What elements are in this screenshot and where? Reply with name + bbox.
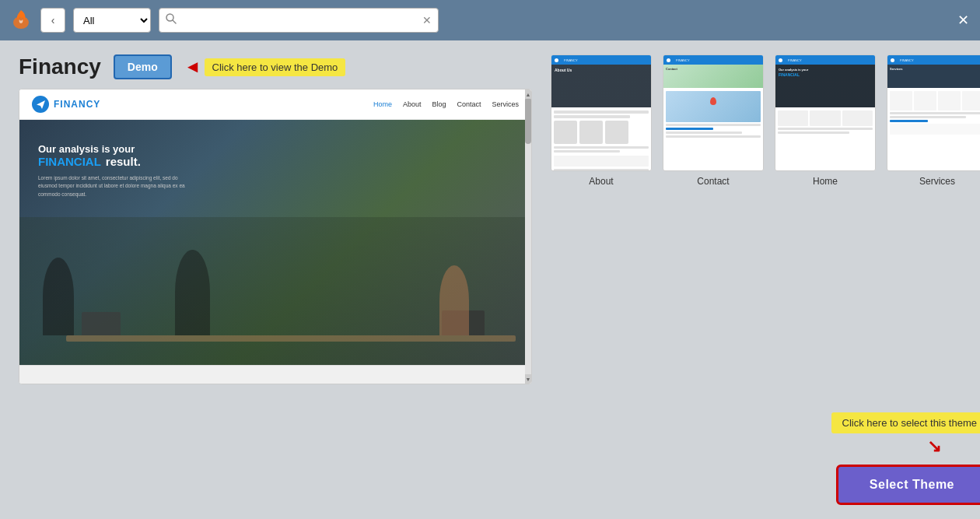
thumb-label-home: Home [813,176,838,187]
scroll-up-arrow[interactable]: ▲ [525,89,531,99]
thumb-services-body [887,89,980,136]
preview-logo-circle [32,96,49,113]
thumb-about-hero-img: About Us [551,65,651,107]
thumbnails-grid: FINANCY About Us [551,54,980,187]
select-hint: Click here to select this theme [831,412,980,433]
preview-inner: FINANCY Home About Blog Contact Services [19,89,531,384]
right-panel: FINANCY About Us [551,54,980,505]
topbar-close-icon[interactable]: ✕ [957,12,969,29]
topbar: ‹ All Free Premium ✕ ✕ [0,0,980,40]
filter-select[interactable]: All Free Premium [73,8,151,33]
thumb-contact-nav: FINANCY [663,55,763,65]
preview-frame: FINANCY Home About Blog Contact Services [19,89,532,384]
back-button[interactable]: ‹ [40,8,65,33]
demo-button[interactable]: Demo [114,54,172,79]
laptop1 [82,312,121,335]
thumb-contact-hero-img: Contact [663,65,763,88]
thumb-img-contact: FINANCY Contact [663,54,764,171]
select-theme-button[interactable]: Select Theme [836,465,980,505]
preview-nav-links: Home About Blog Contact Services [373,100,519,108]
thumb-label-about: About [589,176,613,187]
nav-link-home: Home [373,100,392,108]
preview-logo: FINANCY [32,96,100,113]
hero-table [66,335,516,342]
nav-link-contact: Contact [457,100,481,108]
search-input[interactable] [181,15,418,26]
person2 [175,250,210,335]
hero-line3: result. [106,155,141,168]
nav-link-blog: Blog [432,100,446,108]
nav-link-services: Services [492,100,519,108]
bottom-area: Click here to select this theme ↘ Select… [551,412,980,505]
theme-title: Financy [19,54,101,79]
search-icon [166,13,177,27]
thumb-label-services: Services [919,176,955,187]
hero-desc: Lorem ipsum dolor sit amet, consectetur … [38,174,194,198]
hero-line1: Our analysis is your [38,143,513,155]
preview-hero: Our analysis is your FINANCIAL result. L… [19,120,531,373]
thumb-img-home: FINANCY Our analysis is yourFINANCIAL [775,54,876,171]
thumb-img-about: FINANCY About Us [551,54,652,171]
person3 [439,265,469,335]
hint-container: Click here to select this theme ↘ [831,412,980,457]
preview-bottom-bar [19,365,531,384]
thumb-about-nav: FINANCY [551,55,651,65]
person1 [43,258,74,335]
search-clear-icon[interactable]: ✕ [422,14,432,26]
scroll-down-arrow[interactable]: ▼ [525,374,531,384]
preview-logo-text: FINANCY [54,99,100,110]
app-logo [9,7,33,33]
demo-arrow-icon: ◄ [184,57,201,77]
thumb-home-body [775,109,875,137]
thumb-contact-body [663,89,763,141]
demo-hint: Click here to view the Demo [205,58,346,76]
thumbnail-home[interactable]: FINANCY Our analysis is yourFINANCIAL [775,54,876,187]
left-panel: Financy Demo ◄ Click here to view the De… [19,54,532,505]
hero-line-container: FINANCIAL result. [38,155,513,168]
select-arrow-icon: ↘ [927,437,941,457]
main-content: Financy Demo ◄ Click here to view the De… [0,40,980,519]
thumbnail-about[interactable]: FINANCY About Us [551,54,652,187]
thumb-label-contact: Contact [697,176,729,187]
nav-link-about: About [403,100,422,108]
thumb-about-body [551,109,651,171]
preview-nav: FINANCY Home About Blog Contact Services [19,89,531,120]
hero-line2: FINANCIAL [38,155,101,168]
thumb-home-hero-img: Our analysis is yourFINANCIAL [775,65,875,107]
svg-line-2 [173,20,176,23]
thumb-img-services: FINANCY Services [887,54,980,171]
thumbnail-contact[interactable]: FINANCY Contact [663,54,764,187]
thumbnail-services[interactable]: FINANCY Services [887,54,980,187]
thumb-home-nav: FINANCY [775,55,875,65]
thumb-services-nav: FINANCY [887,55,980,65]
theme-header: Financy Demo ◄ Click here to view the De… [19,54,532,79]
hero-content: Our analysis is your FINANCIAL result. L… [19,120,531,222]
thumb-services-hero-img: Services [887,65,980,88]
search-wrapper: ✕ [159,8,439,33]
